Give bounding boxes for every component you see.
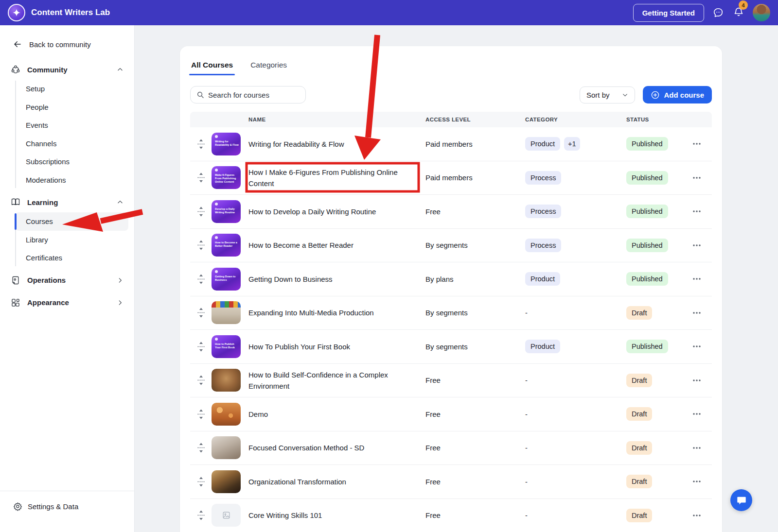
tab-bar: All Courses Categories xyxy=(190,54,712,75)
sidebar-item-moderations[interactable]: Moderations xyxy=(15,171,128,189)
drag-handle-icon[interactable] xyxy=(197,375,205,385)
tab-all-courses[interactable]: All Courses xyxy=(191,57,233,75)
row-menu-button[interactable] xyxy=(692,309,712,317)
row-menu-button[interactable] xyxy=(692,207,712,216)
course-name-link[interactable]: Writing for Readability & Flow xyxy=(248,138,355,150)
column-header-category: CATEGORY xyxy=(525,117,626,122)
course-name-link[interactable]: Organizational Transformation xyxy=(248,476,358,487)
course-name-link[interactable]: Getting Down to Business xyxy=(248,274,344,285)
drag-handle-icon[interactable] xyxy=(197,308,205,318)
drag-handle-icon[interactable] xyxy=(197,206,205,217)
sidebar-section-learning[interactable]: Learning xyxy=(0,193,134,211)
course-search xyxy=(190,86,306,103)
course-name-link[interactable]: How To Publish Your First Book xyxy=(248,341,362,352)
sidebar-item-setup[interactable]: Setup xyxy=(15,80,128,98)
status-badge: Draft xyxy=(626,441,652,455)
sidebar-section-appearance[interactable]: Appearance xyxy=(0,293,134,312)
course-thumbnail[interactable] xyxy=(212,436,241,459)
status-badge: Published xyxy=(626,205,668,218)
row-menu-button[interactable] xyxy=(692,477,712,486)
course-thumbnail[interactable]: Getting Down to Business xyxy=(212,268,241,291)
table-row: Organizational Transformation Free - Dra… xyxy=(190,465,712,499)
courses-card: All Courses Categories Sort by Add cours… xyxy=(180,46,722,532)
row-menu-button[interactable] xyxy=(692,139,712,148)
operations-document-icon xyxy=(11,275,20,285)
category-badge: - xyxy=(525,478,528,486)
drag-handle-icon[interactable] xyxy=(197,510,205,520)
drag-handle-icon[interactable] xyxy=(197,274,205,284)
course-name-link[interactable]: Core Writing Skills 101 xyxy=(248,510,334,521)
row-menu-button[interactable] xyxy=(692,410,712,418)
back-to-community-label: Back to community xyxy=(29,40,91,49)
getting-started-button[interactable]: Getting Started xyxy=(633,4,704,22)
sidebar-section-operations[interactable]: Operations xyxy=(0,271,134,290)
row-menu-button[interactable] xyxy=(692,342,712,351)
row-menu-button[interactable] xyxy=(692,444,712,452)
row-menu-button[interactable] xyxy=(692,511,712,520)
course-thumbnail[interactable]: Writing for Readability & Flow xyxy=(212,133,241,155)
sidebar-item-settings-data[interactable]: Settings & Data xyxy=(0,491,134,532)
course-thumbnail[interactable]: Make 6-Figures From Publishing Online Co… xyxy=(212,166,241,189)
course-name-link[interactable]: Demo xyxy=(248,409,280,420)
course-name-link[interactable]: How to Build Self-Confidence in a Comple… xyxy=(248,369,425,392)
notification-count-badge: 4 xyxy=(739,0,748,10)
gear-icon xyxy=(13,502,22,511)
drag-handle-icon[interactable] xyxy=(197,240,205,250)
course-thumbnail[interactable]: How to Become a Better Reader xyxy=(212,234,241,257)
course-thumbnail[interactable] xyxy=(212,301,241,324)
messages-icon[interactable] xyxy=(713,7,724,18)
sidebar-item-subscriptions[interactable]: Subscriptions xyxy=(15,153,128,171)
operations-section-label: Operations xyxy=(27,276,66,284)
course-thumbnail[interactable] xyxy=(212,403,241,426)
user-avatar[interactable] xyxy=(753,4,770,21)
course-thumbnail[interactable] xyxy=(212,369,241,392)
status-badge: Draft xyxy=(626,407,652,421)
course-name-link[interactable]: Expanding Into Multi-Media Production xyxy=(248,307,386,318)
access-level-value: By segments xyxy=(425,343,525,351)
course-thumbnail[interactable]: Develop a Daily Writing Routine xyxy=(212,200,241,223)
course-thumbnail[interactable] xyxy=(212,504,241,527)
status-badge: Published xyxy=(626,239,668,252)
drag-handle-icon[interactable] xyxy=(197,139,205,149)
four-point-star-icon xyxy=(12,8,21,17)
sidebar-item-courses[interactable]: Courses xyxy=(15,212,128,231)
row-menu-button[interactable] xyxy=(692,376,712,385)
course-name-link[interactable]: How to Become a Better Reader xyxy=(248,240,365,251)
sidebar-item-certificates[interactable]: Certificates xyxy=(15,249,128,267)
sort-by-dropdown[interactable]: Sort by xyxy=(580,86,636,103)
course-thumbnail[interactable]: How to Publish Your First Book xyxy=(212,335,241,358)
table-row: Demo Free - Draft xyxy=(190,397,712,431)
category-badge: - xyxy=(525,411,528,418)
course-thumbnail[interactable] xyxy=(212,470,241,493)
add-course-button[interactable]: Add course xyxy=(643,86,712,103)
course-name-link[interactable]: Focused Conversation Method - SD xyxy=(248,442,376,453)
sidebar-item-library[interactable]: Library xyxy=(15,231,128,249)
sort-by-label: Sort by xyxy=(586,91,610,99)
drag-handle-icon[interactable] xyxy=(197,172,205,183)
table-row: How to Build Self-Confidence in a Comple… xyxy=(190,364,712,398)
tab-categories[interactable]: Categories xyxy=(250,57,287,75)
search-input[interactable] xyxy=(208,91,300,99)
sidebar-section-community[interactable]: Community xyxy=(0,60,134,79)
drag-handle-icon[interactable] xyxy=(197,477,205,487)
access-level-value: Paid members xyxy=(425,173,525,182)
row-menu-button[interactable] xyxy=(692,275,712,283)
community-logo[interactable] xyxy=(8,4,25,21)
chat-widget-button[interactable] xyxy=(730,489,752,511)
course-name-link[interactable]: How I Make 6-Figures From Publishing Onl… xyxy=(248,167,425,189)
drag-handle-icon[interactable] xyxy=(197,409,205,419)
sidebar-item-people[interactable]: People xyxy=(15,98,128,117)
row-menu-button[interactable] xyxy=(692,173,712,182)
row-menu-button[interactable] xyxy=(692,241,712,250)
appearance-section-label: Appearance xyxy=(27,298,69,307)
drag-handle-icon[interactable] xyxy=(197,443,205,453)
drag-handle-icon[interactable] xyxy=(197,342,205,352)
sidebar-item-events[interactable]: Events xyxy=(15,116,128,135)
courses-table: NAME ACCESS LEVEL CATEGORY STATUS Writin… xyxy=(190,112,712,532)
course-name-link[interactable]: How to Develop a Daily Writing Routine xyxy=(248,206,388,217)
category-badge: Product xyxy=(525,137,560,151)
learning-book-icon xyxy=(11,197,20,207)
back-to-community-link[interactable]: Back to community xyxy=(0,25,134,49)
back-arrow-icon xyxy=(13,40,22,49)
sidebar-item-channels[interactable]: Channels xyxy=(15,135,128,153)
